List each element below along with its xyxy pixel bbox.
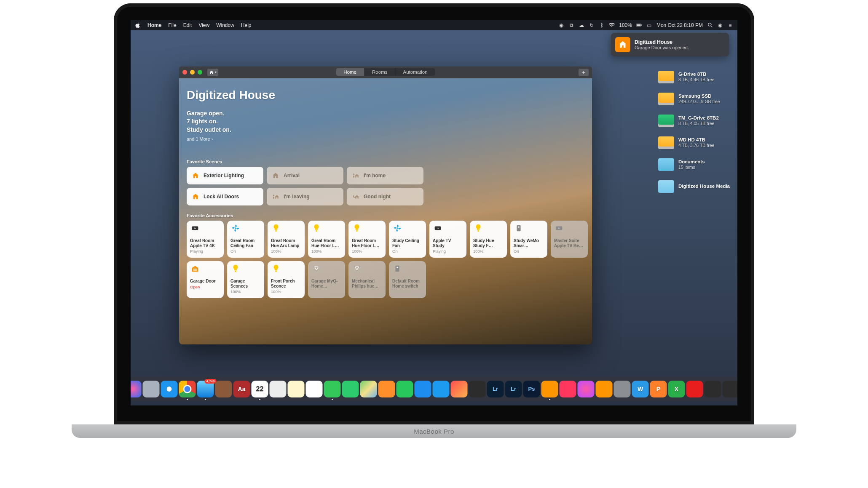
timemachine-icon[interactable]: ↻: [589, 22, 595, 28]
eye-icon[interactable]: ◉: [558, 22, 564, 28]
cloud-icon[interactable]: ☁︎: [579, 22, 584, 28]
desktop-item[interactable]: Documents 15 items: [658, 158, 730, 171]
notification-banner[interactable]: Digitized House Garage Door was opened.: [611, 33, 729, 56]
dock-app[interactable]: [578, 381, 595, 397]
menu-item-file[interactable]: File: [168, 22, 176, 28]
home-status-more[interactable]: and 1 More ›: [187, 136, 584, 141]
display-icon[interactable]: ⧉: [568, 22, 574, 28]
menu-item-view[interactable]: View: [198, 22, 209, 28]
accessory-tile[interactable]: Great Room Hue Floor L… 100%: [308, 221, 345, 258]
dock-app[interactable]: [306, 381, 323, 397]
dock-app[interactable]: [705, 381, 721, 397]
desktop-item[interactable]: G-Drive 8TB 8 TB, 4.46 TB free: [658, 71, 730, 83]
notifications-icon[interactable]: ≡: [727, 22, 733, 28]
tab-home[interactable]: Home: [336, 68, 364, 76]
accessory-tile[interactable]: Study Hue Study F… 100%: [470, 221, 507, 258]
dock-app[interactable]: [131, 381, 142, 397]
siri-icon[interactable]: ◉: [717, 22, 723, 28]
control-strip-icon[interactable]: ▭: [646, 22, 652, 28]
window-fullscreen-button[interactable]: [198, 70, 202, 75]
dock-app[interactable]: Lr: [505, 381, 522, 397]
window-minimize-button[interactable]: [190, 70, 195, 75]
dock-app[interactable]: [360, 381, 377, 397]
dock-app[interactable]: [541, 381, 558, 397]
bulb-icon: [473, 224, 483, 234]
dock-app[interactable]: Lr: [487, 381, 504, 397]
dock-app[interactable]: [451, 381, 468, 397]
accessory-tile[interactable]: Front Porch Sconce 100%: [268, 261, 305, 298]
scene-tile[interactable]: Arrival: [267, 167, 343, 184]
accessory-tile[interactable]: Garage MyQ-Home…: [308, 261, 345, 298]
dock-app[interactable]: [378, 381, 395, 397]
dock-app[interactable]: [288, 381, 305, 397]
desktop-item-sub: 249.72 G…9 GB free: [678, 99, 720, 104]
dock-app[interactable]: [614, 381, 631, 397]
menu-item-help[interactable]: Help: [241, 22, 252, 28]
dock-app[interactable]: [415, 381, 431, 397]
dock-app[interactable]: [723, 381, 738, 397]
dock-app[interactable]: [179, 381, 196, 397]
accessory-tile[interactable]: Study WeMo Smar… On: [510, 221, 547, 258]
dock-app[interactable]: W: [632, 381, 649, 397]
dock-app[interactable]: [396, 381, 413, 397]
scene-tile[interactable]: I'm leaving: [267, 188, 343, 205]
battery-percent[interactable]: 100%: [619, 22, 632, 28]
dock-app[interactable]: 22: [252, 381, 268, 397]
bluetooth-icon[interactable]: ᛒ: [599, 22, 605, 28]
dock-app[interactable]: [324, 381, 341, 397]
accessory-state: 100%: [352, 249, 382, 253]
scene-tile[interactable]: I'm home: [347, 167, 423, 184]
scene-tile[interactable]: Good night: [347, 188, 423, 205]
dock-app[interactable]: [560, 381, 576, 397]
add-button[interactable]: +: [579, 69, 589, 76]
dock-app[interactable]: [270, 381, 287, 397]
wifi-icon[interactable]: [609, 22, 615, 28]
menubar-app-name[interactable]: Home: [147, 22, 161, 28]
dock-app[interactable]: 4,749: [197, 381, 214, 397]
dock-app[interactable]: [433, 381, 450, 397]
battery-icon[interactable]: [636, 22, 642, 28]
apple-menu-icon[interactable]: [135, 22, 141, 28]
accessory-tile[interactable]: Garage Door Open: [187, 261, 224, 298]
dock-app[interactable]: [596, 381, 613, 397]
accessory-tile[interactable]: Great Room Hue Floor L… 100%: [348, 221, 386, 258]
accessory-tile[interactable]: Garage Sconces 100%: [227, 261, 264, 298]
dock-app[interactable]: [143, 381, 160, 397]
accessory-tile[interactable]: Mechanical Philips hue…: [348, 261, 386, 298]
dock-app[interactable]: Aa: [233, 381, 250, 397]
dock-app[interactable]: [686, 381, 703, 397]
spotlight-icon[interactable]: [707, 22, 713, 28]
accessory-tile[interactable]: Great Room Hue Arc Lamp 100%: [268, 221, 305, 258]
tab-rooms[interactable]: Rooms: [364, 68, 395, 76]
atv-icon: tv: [554, 224, 564, 234]
desktop-item[interactable]: Digitized House Media: [658, 180, 730, 193]
desktop-item[interactable]: Samsung SSD 249.72 G…9 GB free: [658, 93, 730, 105]
dock-app[interactable]: [342, 381, 359, 397]
dock-app[interactable]: [215, 381, 232, 397]
accessory-tile[interactable]: tv Apple TV Study Playing: [429, 221, 466, 258]
toolbar-home-button[interactable]: ▾: [207, 69, 218, 76]
desktop-item-name: TM_G-Drive 8TB2: [678, 115, 719, 121]
menu-item-window[interactable]: Window: [216, 22, 234, 28]
accessory-tile[interactable]: Default Room Home switch: [389, 261, 426, 298]
dock-app[interactable]: Ps: [523, 381, 540, 397]
dock-app[interactable]: [161, 381, 178, 397]
accessory-tile[interactable]: tv Master Suite Apple TV Be…: [551, 221, 588, 258]
scene-tile[interactable]: Lock All Doors: [187, 188, 263, 205]
tab-automation[interactable]: Automation: [395, 68, 435, 76]
scene-tile[interactable]: Exterior Lighting: [187, 167, 263, 184]
dock-app[interactable]: P: [650, 381, 667, 397]
accessory-state: 100%: [271, 289, 301, 294]
desktop-item[interactable]: TM_G-Drive 8TB2 8 TB, 4.05 TB free: [658, 115, 730, 127]
scene-label: I'm home: [364, 173, 386, 179]
accessory-tile[interactable]: Study Ceiling Fan On: [389, 221, 426, 258]
accessory-tile[interactable]: Great Room Ceiling Fan On: [227, 221, 264, 258]
window-close-button[interactable]: [182, 70, 187, 75]
dock-app[interactable]: X: [668, 381, 685, 397]
menubar-clock[interactable]: Mon Oct 22 8:10 PM: [656, 22, 703, 28]
desktop-item[interactable]: WD HD 4TB 4 TB, 3.76 TB free: [658, 136, 730, 149]
dock-app[interactable]: [469, 381, 486, 397]
accessory-tile[interactable]: tv Great Room Apple TV 4K Playing: [187, 221, 224, 258]
desktop-items: G-Drive 8TB 8 TB, 4.46 TB free Samsung S…: [658, 71, 730, 193]
menu-item-edit[interactable]: Edit: [183, 22, 192, 28]
